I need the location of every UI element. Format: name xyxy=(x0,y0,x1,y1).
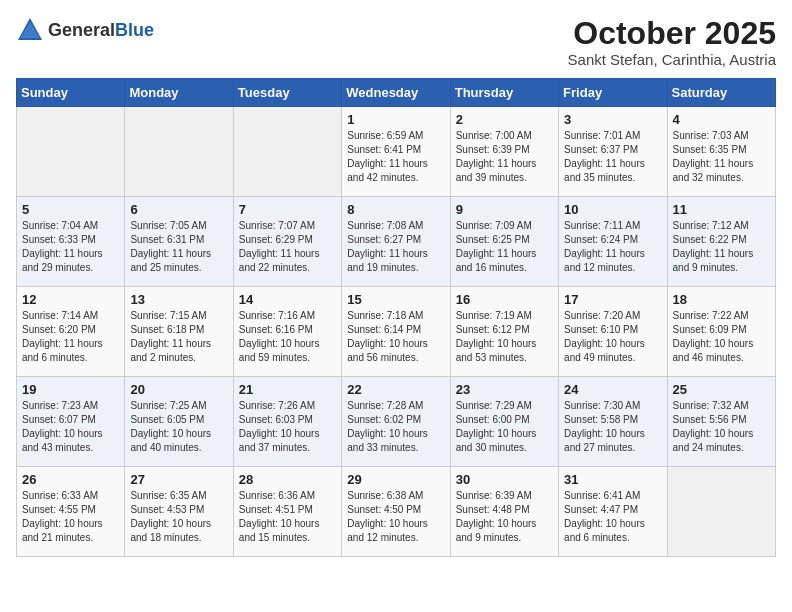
logo-general-text: GeneralBlue xyxy=(48,20,154,41)
day-info: Sunrise: 7:15 AMSunset: 6:18 PMDaylight:… xyxy=(130,309,227,365)
calendar-cell: 12Sunrise: 7:14 AMSunset: 6:20 PMDayligh… xyxy=(17,287,125,377)
day-info: Sunrise: 7:07 AMSunset: 6:29 PMDaylight:… xyxy=(239,219,336,275)
calendar-cell: 22Sunrise: 7:28 AMSunset: 6:02 PMDayligh… xyxy=(342,377,450,467)
weekday-header-tuesday: Tuesday xyxy=(233,79,341,107)
day-number: 24 xyxy=(564,382,661,397)
calendar-week-row: 26Sunrise: 6:33 AMSunset: 4:55 PMDayligh… xyxy=(17,467,776,557)
day-number: 12 xyxy=(22,292,119,307)
day-info: Sunrise: 7:12 AMSunset: 6:22 PMDaylight:… xyxy=(673,219,770,275)
day-number: 15 xyxy=(347,292,444,307)
day-number: 31 xyxy=(564,472,661,487)
day-info: Sunrise: 6:41 AMSunset: 4:47 PMDaylight:… xyxy=(564,489,661,545)
day-info: Sunrise: 6:36 AMSunset: 4:51 PMDaylight:… xyxy=(239,489,336,545)
calendar-cell: 31Sunrise: 6:41 AMSunset: 4:47 PMDayligh… xyxy=(559,467,667,557)
calendar-cell: 16Sunrise: 7:19 AMSunset: 6:12 PMDayligh… xyxy=(450,287,558,377)
calendar-cell: 13Sunrise: 7:15 AMSunset: 6:18 PMDayligh… xyxy=(125,287,233,377)
day-info: Sunrise: 7:22 AMSunset: 6:09 PMDaylight:… xyxy=(673,309,770,365)
title-block: October 2025 Sankt Stefan, Carinthia, Au… xyxy=(568,16,776,68)
day-number: 14 xyxy=(239,292,336,307)
day-info: Sunrise: 7:29 AMSunset: 6:00 PMDaylight:… xyxy=(456,399,553,455)
calendar-cell: 21Sunrise: 7:26 AMSunset: 6:03 PMDayligh… xyxy=(233,377,341,467)
day-number: 6 xyxy=(130,202,227,217)
weekday-header-wednesday: Wednesday xyxy=(342,79,450,107)
logo-icon xyxy=(16,16,44,44)
day-number: 16 xyxy=(456,292,553,307)
calendar-cell: 17Sunrise: 7:20 AMSunset: 6:10 PMDayligh… xyxy=(559,287,667,377)
calendar-cell: 30Sunrise: 6:39 AMSunset: 4:48 PMDayligh… xyxy=(450,467,558,557)
day-info: Sunrise: 7:32 AMSunset: 5:56 PMDaylight:… xyxy=(673,399,770,455)
weekday-header-sunday: Sunday xyxy=(17,79,125,107)
day-info: Sunrise: 6:35 AMSunset: 4:53 PMDaylight:… xyxy=(130,489,227,545)
calendar-cell: 7Sunrise: 7:07 AMSunset: 6:29 PMDaylight… xyxy=(233,197,341,287)
day-number: 8 xyxy=(347,202,444,217)
calendar-week-row: 19Sunrise: 7:23 AMSunset: 6:07 PMDayligh… xyxy=(17,377,776,467)
weekday-header-thursday: Thursday xyxy=(450,79,558,107)
day-number: 7 xyxy=(239,202,336,217)
calendar-cell: 27Sunrise: 6:35 AMSunset: 4:53 PMDayligh… xyxy=(125,467,233,557)
calendar-cell: 18Sunrise: 7:22 AMSunset: 6:09 PMDayligh… xyxy=(667,287,775,377)
day-number: 20 xyxy=(130,382,227,397)
calendar-cell: 8Sunrise: 7:08 AMSunset: 6:27 PMDaylight… xyxy=(342,197,450,287)
day-number: 27 xyxy=(130,472,227,487)
weekday-header-friday: Friday xyxy=(559,79,667,107)
day-number: 9 xyxy=(456,202,553,217)
calendar-week-row: 12Sunrise: 7:14 AMSunset: 6:20 PMDayligh… xyxy=(17,287,776,377)
calendar-cell xyxy=(125,107,233,197)
calendar-cell: 9Sunrise: 7:09 AMSunset: 6:25 PMDaylight… xyxy=(450,197,558,287)
day-number: 3 xyxy=(564,112,661,127)
day-info: Sunrise: 6:59 AMSunset: 6:41 PMDaylight:… xyxy=(347,129,444,185)
day-info: Sunrise: 7:26 AMSunset: 6:03 PMDaylight:… xyxy=(239,399,336,455)
day-info: Sunrise: 6:39 AMSunset: 4:48 PMDaylight:… xyxy=(456,489,553,545)
weekday-header-monday: Monday xyxy=(125,79,233,107)
svg-marker-1 xyxy=(20,22,40,38)
day-info: Sunrise: 7:28 AMSunset: 6:02 PMDaylight:… xyxy=(347,399,444,455)
logo: GeneralBlue xyxy=(16,16,154,44)
calendar-week-row: 1Sunrise: 6:59 AMSunset: 6:41 PMDaylight… xyxy=(17,107,776,197)
day-number: 4 xyxy=(673,112,770,127)
day-number: 19 xyxy=(22,382,119,397)
day-number: 13 xyxy=(130,292,227,307)
calendar-cell: 29Sunrise: 6:38 AMSunset: 4:50 PMDayligh… xyxy=(342,467,450,557)
day-info: Sunrise: 7:14 AMSunset: 6:20 PMDaylight:… xyxy=(22,309,119,365)
day-info: Sunrise: 6:38 AMSunset: 4:50 PMDaylight:… xyxy=(347,489,444,545)
calendar-cell: 14Sunrise: 7:16 AMSunset: 6:16 PMDayligh… xyxy=(233,287,341,377)
day-number: 28 xyxy=(239,472,336,487)
calendar-cell: 23Sunrise: 7:29 AMSunset: 6:00 PMDayligh… xyxy=(450,377,558,467)
day-info: Sunrise: 7:16 AMSunset: 6:16 PMDaylight:… xyxy=(239,309,336,365)
calendar-cell: 25Sunrise: 7:32 AMSunset: 5:56 PMDayligh… xyxy=(667,377,775,467)
day-info: Sunrise: 7:20 AMSunset: 6:10 PMDaylight:… xyxy=(564,309,661,365)
day-number: 11 xyxy=(673,202,770,217)
day-number: 23 xyxy=(456,382,553,397)
month-title: October 2025 xyxy=(568,16,776,51)
page-header: GeneralBlue October 2025 Sankt Stefan, C… xyxy=(16,16,776,68)
calendar-week-row: 5Sunrise: 7:04 AMSunset: 6:33 PMDaylight… xyxy=(17,197,776,287)
day-number: 29 xyxy=(347,472,444,487)
calendar-cell xyxy=(17,107,125,197)
day-info: Sunrise: 6:33 AMSunset: 4:55 PMDaylight:… xyxy=(22,489,119,545)
day-number: 1 xyxy=(347,112,444,127)
weekday-header-row: SundayMondayTuesdayWednesdayThursdayFrid… xyxy=(17,79,776,107)
calendar-cell: 4Sunrise: 7:03 AMSunset: 6:35 PMDaylight… xyxy=(667,107,775,197)
calendar-cell: 5Sunrise: 7:04 AMSunset: 6:33 PMDaylight… xyxy=(17,197,125,287)
day-info: Sunrise: 7:01 AMSunset: 6:37 PMDaylight:… xyxy=(564,129,661,185)
day-number: 22 xyxy=(347,382,444,397)
day-info: Sunrise: 7:25 AMSunset: 6:05 PMDaylight:… xyxy=(130,399,227,455)
location-subtitle: Sankt Stefan, Carinthia, Austria xyxy=(568,51,776,68)
calendar-cell: 26Sunrise: 6:33 AMSunset: 4:55 PMDayligh… xyxy=(17,467,125,557)
day-number: 21 xyxy=(239,382,336,397)
calendar-cell: 11Sunrise: 7:12 AMSunset: 6:22 PMDayligh… xyxy=(667,197,775,287)
calendar-cell: 19Sunrise: 7:23 AMSunset: 6:07 PMDayligh… xyxy=(17,377,125,467)
day-number: 30 xyxy=(456,472,553,487)
calendar-cell: 20Sunrise: 7:25 AMSunset: 6:05 PMDayligh… xyxy=(125,377,233,467)
day-info: Sunrise: 7:05 AMSunset: 6:31 PMDaylight:… xyxy=(130,219,227,275)
day-number: 18 xyxy=(673,292,770,307)
day-number: 2 xyxy=(456,112,553,127)
day-number: 5 xyxy=(22,202,119,217)
calendar-table: SundayMondayTuesdayWednesdayThursdayFrid… xyxy=(16,78,776,557)
calendar-cell xyxy=(667,467,775,557)
calendar-cell: 15Sunrise: 7:18 AMSunset: 6:14 PMDayligh… xyxy=(342,287,450,377)
calendar-cell: 24Sunrise: 7:30 AMSunset: 5:58 PMDayligh… xyxy=(559,377,667,467)
day-number: 10 xyxy=(564,202,661,217)
calendar-cell: 10Sunrise: 7:11 AMSunset: 6:24 PMDayligh… xyxy=(559,197,667,287)
day-info: Sunrise: 7:11 AMSunset: 6:24 PMDaylight:… xyxy=(564,219,661,275)
